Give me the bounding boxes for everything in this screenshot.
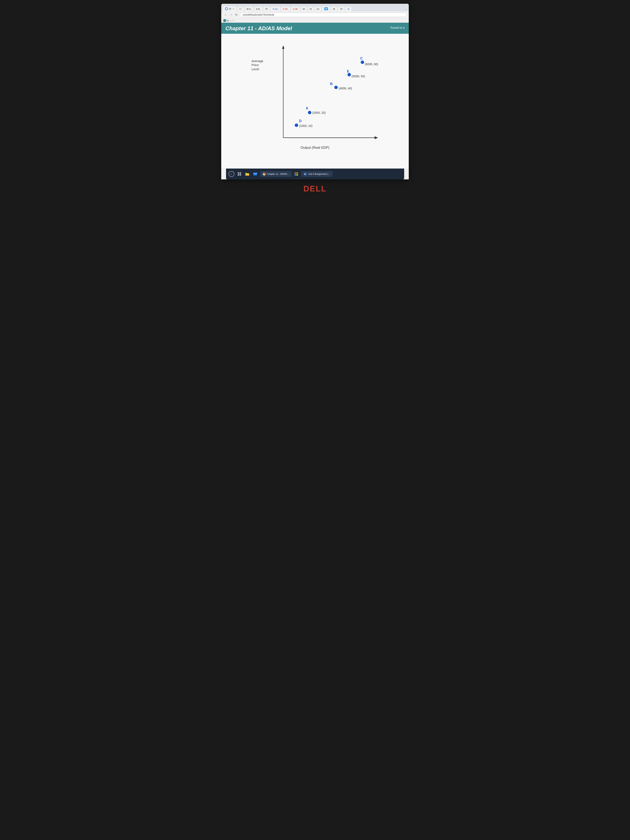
point-B-label: B	[330, 82, 333, 85]
tab-m2[interactable]: M	[322, 6, 330, 11]
tab-th[interactable]: Th	[263, 7, 270, 11]
tab-m1[interactable]: M	[301, 7, 307, 11]
nav-buttons: ← → ↻	[223, 13, 239, 17]
windows-task-icon[interactable]	[293, 171, 299, 177]
tab-ht[interactable]: ht	[308, 7, 314, 11]
point-B	[335, 85, 338, 89]
tab-bar: Di ✕ 17 M In b Ar Th G hc C Or C de M ht	[221, 4, 409, 11]
tab-label-m1: M	[303, 8, 305, 10]
svg-rect-5	[253, 172, 257, 175]
dell-area: DELL	[303, 179, 327, 196]
svg-rect-11	[297, 174, 298, 175]
tab-label-hc: G hc	[273, 8, 278, 10]
point-A-coords: (2000, 20)	[312, 111, 325, 114]
svg-rect-8	[295, 172, 296, 174]
tab-label-de: C de	[293, 8, 298, 10]
x-axis-arrow	[374, 136, 378, 139]
point-D-coords: (1000, 10)	[299, 124, 313, 128]
svg-rect-4	[240, 174, 241, 175]
point-D-label: D	[299, 119, 302, 123]
point-A	[308, 111, 311, 114]
svg-rect-10	[295, 174, 296, 175]
svg-text:W: W	[304, 173, 306, 175]
point-B-coords: (4000, 40)	[339, 87, 352, 90]
y-axis-label-line1: Average	[251, 59, 263, 63]
folder-icon[interactable]	[245, 171, 250, 177]
forward-button[interactable]: →	[229, 13, 233, 17]
x-axis-label: Output (Real GDP)	[301, 145, 330, 149]
chrome-task-label: Chapter 11 - AD/AS...	[267, 173, 289, 175]
ad-as-chart: Average Price Level Output (Real GDP) D …	[244, 40, 386, 157]
svg-rect-3	[238, 174, 239, 175]
content-area: Average Price Level Output (Real GDP) D …	[221, 34, 409, 169]
toolbar: ← → ↻ ts/5e86f5a2822dfd7782449c8e	[221, 11, 409, 19]
svg-rect-9	[297, 172, 298, 174]
infinity-icon: ∞	[230, 19, 232, 22]
svg-rect-2	[240, 172, 241, 174]
tab-label-ar: b Ar	[256, 8, 260, 10]
tab-label-g: G	[347, 8, 349, 10]
point-E	[347, 73, 351, 76]
browser-window: Di ✕ 17 M In b Ar Th G hc C Or C de M ht	[221, 4, 409, 179]
reload-button[interactable]: ↻	[234, 13, 239, 17]
point-D	[295, 123, 298, 127]
tab-label-th2: Th	[340, 8, 343, 10]
address-bar[interactable]: ts/5e86f5a2822dfd7782449c8e	[240, 13, 407, 17]
chrome-icon	[262, 172, 266, 175]
tab-label-m2: M	[324, 7, 328, 10]
y-axis-label-line3: Level	[251, 67, 259, 71]
word-icon: W	[303, 172, 307, 175]
tab-label-inbox: M In	[247, 8, 251, 10]
point-A-label: A	[306, 106, 308, 110]
bookmark-label-di: Di	[227, 19, 229, 22]
bookmarks-bar: Di ∞ ✕	[221, 19, 409, 23]
bookmark-icon-di	[223, 19, 226, 22]
back-button[interactable]: ←	[223, 13, 228, 17]
tab-label-ht: ht	[310, 8, 312, 10]
turned-in-label: Turned in a	[390, 25, 404, 29]
tab-or[interactable]: C Or	[281, 7, 290, 11]
tab-active[interactable]: Di ✕	[223, 6, 236, 11]
word-task-label: Unit 4 Assignment (...	[308, 173, 330, 175]
tab-m3[interactable]: M	[331, 7, 337, 11]
y-axis-label-line2: Price	[251, 63, 259, 67]
tab-de[interactable]: C de	[291, 7, 300, 11]
tab-close-icon[interactable]: ✕	[232, 8, 234, 10]
windows-icon	[294, 172, 298, 176]
start-button[interactable]: ○	[229, 171, 234, 177]
close-icon-di[interactable]: ✕	[232, 19, 234, 22]
point-C-coords: (6000, 60)	[365, 63, 378, 66]
tab-hc[interactable]: G hc	[271, 7, 280, 11]
y-axis-arrow	[282, 46, 284, 49]
tab-favicon	[225, 7, 228, 10]
tab-17[interactable]: 17	[237, 7, 243, 11]
word-task-button[interactable]: W Unit 4 Assignment (...	[301, 171, 332, 177]
tab-ar[interactable]: b Ar	[254, 7, 262, 11]
taskview-icon[interactable]	[237, 171, 242, 177]
tab-inbox[interactable]: M In	[245, 7, 253, 11]
point-E-coords: (5000, 50)	[352, 74, 365, 78]
point-C	[361, 60, 364, 64]
tab-label-m3: M	[333, 8, 335, 10]
taskbar: ○ Chapter 11 - AD/AS...	[226, 169, 404, 179]
tab-th2[interactable]: Th	[338, 7, 345, 11]
page-header: Chapter 11 - AD/AS Model Turned in a	[221, 23, 409, 34]
chart-container: Average Price Level Output (Real GDP) D …	[244, 38, 386, 164]
tab-label: Di	[229, 8, 231, 10]
tab-g[interactable]: G	[346, 7, 352, 11]
page-title: Chapter 11 - AD/AS Model	[226, 25, 292, 32]
tab-label-or: C Or	[283, 8, 288, 10]
tab-label-cc: Cc	[317, 8, 319, 10]
tab-cc[interactable]: Cc	[314, 7, 322, 11]
tab-label-17: 17	[239, 8, 242, 10]
point-E-label: E	[347, 69, 349, 73]
tab-label-th: Th	[265, 8, 268, 10]
svg-rect-1	[238, 172, 239, 174]
dell-logo: DELL	[303, 185, 327, 193]
mail-icon[interactable]	[252, 171, 258, 177]
chrome-task-button[interactable]: Chapter 11 - AD/AS...	[260, 171, 292, 177]
point-C-label: C	[360, 57, 363, 60]
bookmark-di[interactable]: Di ∞ ✕	[223, 19, 234, 22]
svg-point-0	[226, 8, 227, 9]
